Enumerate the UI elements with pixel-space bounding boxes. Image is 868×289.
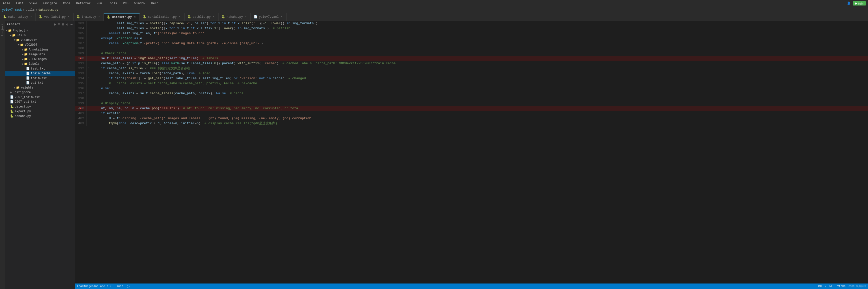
tree-item-jpegimages[interactable]: ▶ 📁 JPEGImages bbox=[5, 57, 75, 62]
tree-header: PROJECT ⊕ ≡ ⊟ ⚙ — bbox=[5, 21, 75, 28]
fold-indicator bbox=[86, 71, 90, 76]
tree-file-icon-val-txt: 📄 bbox=[26, 81, 30, 85]
tree-file-icon-gitignore: ◉ bbox=[10, 91, 12, 94]
tree-item-export-py[interactable]: 🐍 export.py bbox=[5, 109, 75, 114]
tree-header-icons: ⊕ ≡ ⊟ ⚙ — bbox=[54, 23, 73, 27]
line-content: raise Exception(f'{prefix}Error loading … bbox=[90, 41, 868, 46]
line-number: 396 bbox=[75, 86, 86, 91]
tab-close-3[interactable]: × bbox=[133, 15, 136, 19]
tree-item-annotations[interactable]: ▶ 📁 Annotations bbox=[5, 47, 75, 52]
tab-make-txt[interactable]: 🐍 make_txt.py × bbox=[0, 13, 36, 21]
menu-run[interactable]: Run bbox=[95, 1, 103, 6]
tab-close-1[interactable]: × bbox=[67, 15, 70, 19]
tree-item-train-txt[interactable]: 📄 train.txt bbox=[5, 76, 75, 81]
tree-item-detect-py[interactable]: 🐍 detect.py bbox=[5, 104, 75, 109]
tab-close-5[interactable]: × bbox=[212, 15, 215, 19]
tree-item-hahaha-py[interactable]: 🐍 hahaha.py bbox=[5, 114, 75, 119]
menu-window[interactable]: Window bbox=[133, 1, 146, 6]
tab-icon-0: 🐍 bbox=[3, 15, 7, 19]
tab-close-7[interactable]: × bbox=[280, 15, 283, 19]
breadcrumb-utils[interactable]: utils bbox=[26, 8, 34, 12]
tree-folder-icon-imagesets: 📁 bbox=[24, 53, 28, 56]
tab-close-6[interactable]: × bbox=[245, 15, 248, 19]
tab-close-4[interactable]: × bbox=[178, 15, 181, 19]
tab-datasets[interactable]: 🐍 datasets.py × bbox=[104, 13, 140, 21]
menu-file[interactable]: File bbox=[2, 1, 11, 6]
table-row: 385 assert self.img_files, f'{prefix}No … bbox=[75, 31, 868, 36]
tree-item-train-cache[interactable]: 📄 train.cache bbox=[5, 71, 75, 76]
tab-pathlib[interactable]: 🐍 pathlib.py × bbox=[185, 13, 218, 21]
menu-refactor[interactable]: Refactor bbox=[75, 1, 92, 6]
table-row: 392 ▸ if cache_path.is_file(): ### 判断指定文… bbox=[75, 66, 868, 71]
fold-indicator bbox=[86, 96, 90, 101]
tab-voc-label[interactable]: 🐍 voc_label.py × bbox=[36, 13, 73, 21]
menu-tools[interactable]: Tools bbox=[107, 1, 118, 6]
line-number: 399 bbox=[75, 101, 86, 106]
menu-vcs[interactable]: VCS bbox=[122, 1, 129, 6]
tree-item-weights[interactable]: ▶ 📁 weights bbox=[5, 85, 75, 90]
tree-item-imagesets[interactable]: ▶ 📁 ImageSets bbox=[5, 52, 75, 57]
line-content: nf, nm, ne, nc, n = cache.pop('results')… bbox=[90, 106, 868, 111]
tree-item-labels[interactable]: ▶ 📁 labels bbox=[5, 62, 75, 66]
line-number: 389 bbox=[75, 51, 86, 56]
tab-train[interactable]: 🐍 train.py × bbox=[73, 13, 104, 21]
tree-item-project[interactable]: ▼ 📁 Project ▾ bbox=[5, 28, 75, 33]
tree-settings-icon[interactable]: ⚙ bbox=[66, 23, 68, 27]
line-content: else: bbox=[90, 86, 868, 91]
sidebar-panel-toggle[interactable]: Project bbox=[0, 21, 5, 289]
line-content: self.label_files = img2label_paths(self.… bbox=[90, 56, 868, 61]
table-row: 390 self.label_files = img2label_paths(s… bbox=[75, 56, 868, 61]
tree-arrow-vocdevkit: ▼ bbox=[14, 39, 16, 41]
breadcrumb-file[interactable]: datasets.py bbox=[38, 8, 58, 12]
tree-item-vocdevkit[interactable]: ▼ 📁 VOCdevkit bbox=[5, 38, 75, 42]
tree-item-test-txt[interactable]: 📄 test.txt bbox=[5, 66, 75, 71]
tree-expand-icon[interactable]: ≡ bbox=[58, 23, 60, 27]
fold-indicator bbox=[86, 111, 90, 116]
fold-indicator bbox=[86, 21, 90, 26]
tree-locate-icon[interactable]: ⊕ bbox=[54, 23, 56, 27]
tree-folder-icon-labels: 📁 bbox=[24, 62, 28, 66]
breadcrumb-sep1: › bbox=[23, 8, 25, 12]
tree-item-2007-train[interactable]: 📄 2007_train.txt bbox=[5, 95, 75, 99]
menu-edit[interactable]: Edit bbox=[15, 1, 25, 6]
tab-icon-3: 🐍 bbox=[107, 15, 111, 19]
tab-icon-2: 🐍 bbox=[76, 15, 80, 19]
table-row: 398 bbox=[75, 96, 868, 101]
tree-arrow-project: ▼ bbox=[6, 29, 7, 32]
tree-collapse-icon[interactable]: ⊟ bbox=[62, 23, 64, 27]
tree-folder-icon-voc2007: 📁 bbox=[20, 43, 24, 47]
menu-view[interactable]: View bbox=[29, 1, 38, 6]
run-button[interactable]: ▶ train bbox=[853, 1, 866, 5]
fold-indicator bbox=[86, 81, 90, 86]
tab-yaml[interactable]: 📄 yolov7.yaml × bbox=[251, 13, 286, 21]
tab-hahaha[interactable]: 🐍 hahaha.py × bbox=[218, 13, 251, 21]
line-content: d = f"Scanning '{cache_path}' images and… bbox=[90, 116, 868, 121]
menu-help[interactable]: Help bbox=[150, 1, 159, 6]
line-content: cache, exists = torch.load(cache_path), … bbox=[90, 71, 868, 76]
status-location: LoadImagesAndLabels › __init__() bbox=[77, 285, 130, 288]
line-number: 384 bbox=[75, 26, 86, 31]
tree-item-utils[interactable]: ▶ 📁 utils bbox=[5, 33, 75, 38]
tab-serialization[interactable]: 🐍 serialization.py × bbox=[140, 13, 185, 21]
tree-title: PROJECT bbox=[7, 23, 20, 26]
tree-arrow-voc2007: ▼ bbox=[18, 43, 20, 46]
menu-navigate[interactable]: Navigate bbox=[41, 1, 58, 6]
tab-close-0[interactable]: × bbox=[30, 15, 32, 19]
breadcrumb-project[interactable]: yolov7-mask bbox=[2, 8, 22, 12]
tree-item-gitignore[interactable]: ◉ .gitignore bbox=[5, 90, 75, 95]
menu-code[interactable]: Code bbox=[62, 1, 71, 6]
tree-close-icon[interactable]: — bbox=[70, 23, 73, 27]
line-number: 391 bbox=[75, 61, 86, 66]
fold-indicator: ▸ bbox=[86, 66, 90, 71]
tree-arrow-jpegimages: ▶ bbox=[22, 58, 24, 61]
file-tree-panel: PROJECT ⊕ ≡ ⊟ ⚙ — ▼ 📁 Project ▾ ▶ 📁 util… bbox=[5, 21, 75, 289]
user-icon[interactable]: 👤 bbox=[847, 1, 851, 5]
tree-item-2007-val[interactable]: 📄 2007_val.txt bbox=[5, 99, 75, 104]
tab-close-2[interactable]: × bbox=[97, 15, 100, 19]
fold-indicator bbox=[86, 106, 90, 111]
tree-file-icon-train-txt: 📄 bbox=[26, 76, 30, 80]
tree-item-voc2007[interactable]: ▼ 📁 VOC2007 bbox=[5, 42, 75, 47]
tree-file-icon-export: 🐍 bbox=[10, 109, 14, 113]
code-editor[interactable]: 383 self.img_files = sorted([x.replace('… bbox=[75, 21, 868, 284]
tree-item-val-txt[interactable]: 📄 val.txt bbox=[5, 81, 75, 85]
